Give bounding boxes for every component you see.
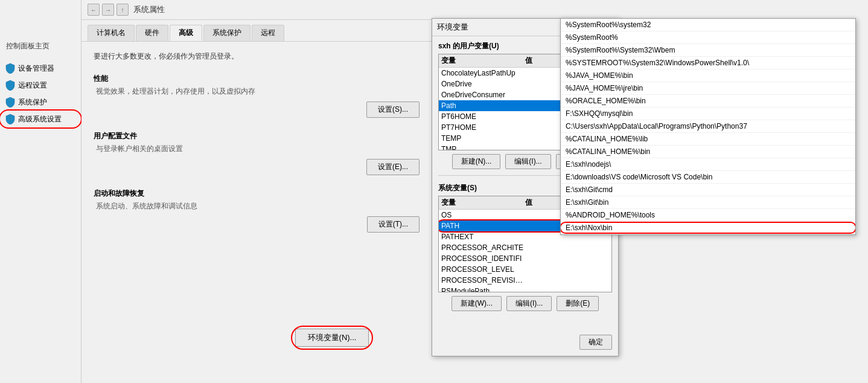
system-var-row-4[interactable]: PROCESSOR_IDENTIFI [439,253,611,264]
user-edit-button[interactable]: 编辑(I)... [505,154,550,169]
user-var-name-4: PT6HOME [441,112,525,121]
system-var-name-os: OS [441,211,525,219]
system-var-value-7 [525,287,609,292]
path-item-13[interactable]: E:\sxh\Git\cmd [561,184,855,196]
sidebar-item-system-protection[interactable]: 系统保护 [0,94,81,111]
main-window: ← → ↑ 系统属性 计算机名 硬件 高级 系统保护 远程 要进行大多数更改，你… [81,0,432,383]
path-item-4[interactable]: %JAVA_HOME%\bin [561,69,855,82]
user-profile-settings-button[interactable]: 设置(E)... [366,159,420,175]
path-item-6[interactable]: %ORACLE_HOME%\bin [561,95,855,108]
section-user-profile: 用户配置文件 与登录帐户相关的桌面设置 设置(E)... [94,131,420,175]
notice-text: 要进行大多数更改，你必须作为管理员登录。 [94,51,420,62]
sidebar-item-advanced[interactable]: 高级系统设置 [0,111,81,127]
user-new-button[interactable]: 新建(N)... [452,154,501,169]
startup-settings-button[interactable]: 设置(T)... [367,216,420,233]
system-var-row-7[interactable]: PSModulePath [439,286,611,292]
path-item-12[interactable]: E:\downloads\VS code\Microsoft VS Code\b… [561,171,855,184]
user-var-name-0: ChocolateyLastPathUp [441,69,525,77]
system-var-name-pathext: PATHEXT [441,233,525,241]
path-item-16[interactable]: E:\sxh\Nox\bin [561,222,855,234]
env-variables-button[interactable]: 环境变量(N)... [295,329,369,347]
user-var-name-7: TMP [441,145,525,150]
system-var-row-3[interactable]: PROCESSOR_ARCHITE [439,242,611,253]
section-startup: 启动和故障恢复 系统启动、系统故障和调试信息 设置(T)... [94,188,420,233]
path-item-10[interactable]: %CATALINA_HOME%\bin [561,146,855,158]
nav-buttons: ← → ↑ [88,4,129,16]
sidebar-item-remote[interactable]: 远程设置 [0,77,81,94]
sidebar-title: 控制面板主页 [0,36,81,54]
env-ok-button[interactable]: 确定 [579,335,612,350]
forward-button[interactable]: → [102,4,114,16]
user-var-name-path: Path [441,101,525,110]
system-var-value-5 [525,265,609,274]
system-vars-buttons: 新建(W)... 编辑(I)... 删除(E) [432,292,618,315]
path-item-9[interactable]: %CATALINA_HOME%\lib [561,133,855,146]
user-var-name-1: OneDrive [441,80,525,88]
path-item-14[interactable]: E:\sxh\Git\bin [561,196,855,209]
system-var-value-6 [525,276,609,285]
system-var-name-path: PATH [441,222,525,230]
user-var-name-5: PT7HOME [441,123,525,132]
path-item-0[interactable]: %SystemRoot%\system32 [561,19,855,31]
sidebar-item-label: 系统保护 [18,97,47,108]
system-vars-header-name: 变量 [441,198,525,208]
section-desc-startup: 系统启动、系统故障和调试信息 [96,201,420,211]
system-var-name-4: PROCESSOR_IDENTIFI [441,254,525,263]
sidebar-item-label: 远程设置 [18,80,47,91]
path-item-5[interactable]: %JAVA_HOME%\jre\bin [561,82,855,95]
shield-icon [5,114,16,124]
system-var-row-6[interactable]: PROCESSOR_REVISION [439,275,611,286]
system-var-name-6: PROCESSOR_REVISION [441,276,525,285]
up-button[interactable]: ↑ [116,4,129,16]
sidebar-item-label: 高级系统设置 [18,114,62,124]
path-item-15[interactable]: %ANDROID_HOME%\tools [561,209,855,222]
section-desc-user-profile: 与登录帐户相关的桌面设置 [96,144,420,154]
path-item-1[interactable]: %SystemRoot% [561,31,855,44]
tab-content: 要进行大多数更改，你必须作为管理员登录。 性能 视觉效果，处理器计划，内存使用，… [81,41,432,256]
system-var-name-5: PROCESSOR_LEVEL [441,265,525,274]
shield-icon [5,80,16,91]
path-item-3[interactable]: %SYSTEMROOT%\System32\WindowsPowerShell\… [561,57,855,69]
shield-icon [5,97,16,108]
tab-advanced[interactable]: 高级 [170,25,202,41]
system-delete-button[interactable]: 删除(E) [557,296,599,311]
tab-hardware[interactable]: 硬件 [136,25,168,41]
path-dropdown: %SystemRoot%\system32%SystemRoot%%System… [560,18,856,235]
system-var-name-7: PSModulePath [441,287,525,292]
user-vars-header-name: 变量 [441,56,525,66]
tab-bar: 计算机名 硬件 高级 系统保护 远程 [81,20,432,41]
section-title-startup: 启动和故障恢复 [94,188,420,199]
path-item-8[interactable]: C:\Users\sxh\AppData\Local\Programs\Pyth… [561,120,855,133]
back-button[interactable]: ← [88,4,100,16]
sidebar-item-device-manager[interactable]: 设备管理器 [0,60,81,77]
system-var-row-5[interactable]: PROCESSOR_LEVEL [439,264,611,275]
section-title-user-profile: 用户配置文件 [94,131,420,141]
sidebar-item-label: 设备管理器 [18,63,54,74]
system-edit-button[interactable]: 编辑(I)... [506,296,552,311]
sidebar: 控制面板主页 设备管理器 远程设置 系统保护 高级系统设置 [0,0,81,383]
system-new-button[interactable]: 新建(W)... [452,296,502,311]
env-ok-row: 确定 [579,335,612,350]
system-var-value-3 [525,243,609,252]
window-titlebar: ← → ↑ 系统属性 [81,0,432,20]
window-title: 系统属性 [133,4,165,15]
shield-icon [5,63,16,74]
section-desc-performance: 视觉效果，处理器计划，内存使用，以及虚拟内存 [96,86,420,97]
system-var-name-3: PROCESSOR_ARCHITE [441,243,525,252]
path-item-7[interactable]: F:\SXHQQ\mysql\bin [561,108,855,120]
tab-computer-name[interactable]: 计算机名 [88,25,135,41]
tab-remote[interactable]: 远程 [252,25,284,41]
performance-settings-button[interactable]: 设置(S)... [366,101,420,118]
section-title-performance: 性能 [94,74,420,84]
section-performance: 性能 视觉效果，处理器计划，内存使用，以及虚拟内存 设置(S)... [94,74,420,118]
path-item-11[interactable]: E:\sxh\nodejs\ [561,158,855,171]
user-var-name-2: OneDriveConsumer [441,91,525,99]
tab-system-protection[interactable]: 系统保护 [203,25,251,41]
user-var-name-6: TEMP [441,134,525,143]
system-var-value-4 [525,254,609,263]
path-item-2[interactable]: %SystemRoot%\System32\Wbem [561,44,855,57]
